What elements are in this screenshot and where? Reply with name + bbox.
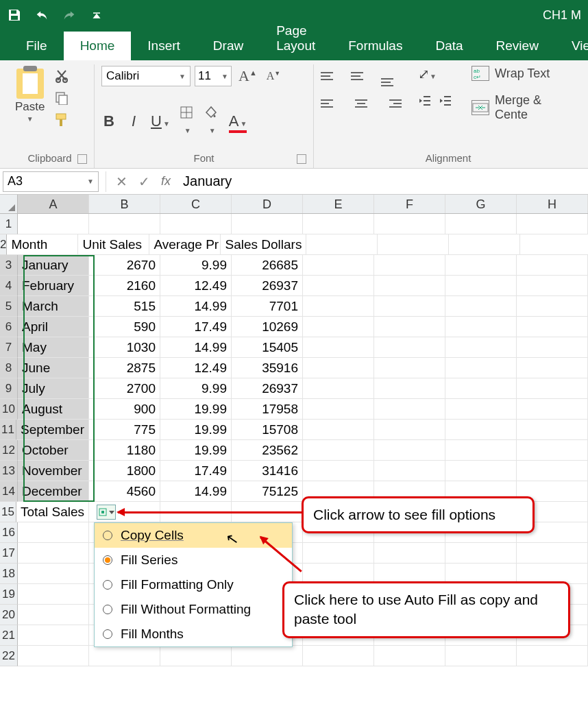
cell[interactable]: [517, 255, 588, 276]
cell[interactable]: [303, 276, 374, 296]
cell[interactable]: [374, 420, 445, 440]
cell[interactable]: 12.49: [160, 358, 232, 378]
cell[interactable]: 9.99: [160, 255, 232, 276]
cell[interactable]: [374, 646, 445, 666]
cell[interactable]: [374, 214, 445, 234]
grow-font-icon[interactable]: A▲: [236, 67, 260, 85]
cell[interactable]: [18, 522, 89, 543]
cell[interactable]: 1800: [89, 461, 160, 481]
cell[interactable]: 4560: [89, 481, 160, 502]
cell[interactable]: [445, 378, 517, 399]
undo-icon[interactable]: [34, 8, 49, 23]
underline-button[interactable]: U▼: [151, 112, 170, 130]
row-header[interactable]: 20: [0, 605, 18, 625]
cell[interactable]: [18, 543, 89, 564]
cell[interactable]: [303, 399, 374, 420]
cell[interactable]: [18, 605, 89, 625]
cell[interactable]: [303, 214, 374, 234]
cell[interactable]: [18, 584, 89, 605]
cell[interactable]: [374, 543, 445, 564]
fill-color-button[interactable]: ▼: [204, 106, 219, 137]
col-header[interactable]: C: [160, 195, 232, 213]
cell[interactable]: [374, 276, 445, 296]
cell[interactable]: [18, 214, 89, 234]
cell[interactable]: [18, 646, 89, 666]
cell[interactable]: [303, 420, 374, 440]
cell[interactable]: 14.99: [160, 296, 232, 317]
cell[interactable]: [374, 358, 445, 378]
col-header[interactable]: G: [445, 195, 517, 213]
cell[interactable]: 10269: [232, 317, 303, 337]
cell[interactable]: 23562: [232, 440, 303, 461]
cell[interactable]: [303, 358, 374, 378]
cell[interactable]: 9.99: [160, 378, 232, 399]
cell[interactable]: 7701: [232, 296, 303, 317]
cell[interactable]: [89, 646, 160, 666]
tab-draw[interactable]: Draw: [197, 32, 260, 60]
autofill-fill-formatting-only[interactable]: Fill Formatting Only: [95, 572, 292, 597]
borders-button[interactable]: ▼: [180, 106, 195, 137]
cancel-icon[interactable]: ✕: [110, 173, 133, 190]
cell[interactable]: [445, 461, 517, 481]
font-size-combo[interactable]: 11▼: [195, 66, 232, 86]
cell[interactable]: [445, 214, 517, 234]
cell[interactable]: 1180: [89, 440, 160, 461]
cell[interactable]: 900: [89, 399, 160, 420]
cell[interactable]: 26937: [232, 378, 303, 399]
col-header[interactable]: B: [89, 195, 160, 213]
row-header[interactable]: 18: [0, 564, 18, 584]
cell[interactable]: 17.49: [160, 461, 232, 481]
cell[interactable]: [445, 440, 517, 461]
cell[interactable]: [374, 296, 445, 317]
merge-center-button[interactable]: Merge & Cente: [471, 93, 576, 122]
cell[interactable]: 515: [89, 296, 160, 317]
cell[interactable]: [445, 296, 517, 317]
copy-icon[interactable]: [54, 90, 69, 106]
row-header[interactable]: 9: [0, 378, 18, 399]
cell[interactable]: [303, 461, 374, 481]
cell[interactable]: 26685: [232, 255, 303, 276]
align-bottom-icon[interactable]: [381, 66, 402, 86]
cell[interactable]: February: [18, 276, 89, 296]
autofill-fill-months[interactable]: Fill Months: [95, 622, 292, 646]
cell[interactable]: May: [18, 337, 89, 358]
cell[interactable]: 15708: [232, 420, 303, 440]
cut-icon[interactable]: [54, 69, 69, 84]
cell[interactable]: [303, 543, 374, 564]
row-header[interactable]: 4: [0, 276, 18, 296]
row-header[interactable]: 17: [0, 543, 18, 564]
cell[interactable]: 17958: [232, 399, 303, 420]
cell[interactable]: 14.99: [160, 481, 232, 502]
row-header[interactable]: 21: [0, 625, 18, 646]
tab-data[interactable]: Data: [419, 32, 479, 60]
autofill-fill-without-formatting[interactable]: Fill Without Formatting: [95, 597, 292, 622]
cell[interactable]: [445, 276, 517, 296]
cell[interactable]: 75125: [232, 481, 303, 502]
row-header[interactable]: 1: [0, 214, 18, 234]
align-left-icon[interactable]: [321, 93, 341, 114]
cell[interactable]: [445, 317, 517, 337]
cell[interactable]: 35916: [232, 358, 303, 378]
cell[interactable]: [445, 646, 517, 666]
italic-button[interactable]: I: [126, 112, 141, 130]
tab-formulas[interactable]: Formulas: [332, 32, 419, 60]
cell[interactable]: [445, 255, 517, 276]
align-center-icon[interactable]: [351, 93, 371, 114]
row-header[interactable]: 7: [0, 337, 18, 358]
cell[interactable]: 17.49: [160, 317, 232, 337]
cell[interactable]: 2670: [89, 255, 160, 276]
cell[interactable]: [517, 420, 588, 440]
format-painter-icon[interactable]: [54, 112, 69, 128]
cell[interactable]: Sales Dollars: [221, 234, 306, 255]
cell[interactable]: 14.99: [160, 337, 232, 358]
cell[interactable]: 2160: [89, 276, 160, 296]
cell[interactable]: 19.99: [160, 440, 232, 461]
cell[interactable]: Total Sales: [16, 502, 89, 522]
cell[interactable]: [18, 625, 89, 646]
select-all-corner[interactable]: [0, 195, 18, 213]
align-right-icon[interactable]: [381, 93, 402, 114]
font-name-combo[interactable]: Calibri▼: [101, 66, 191, 86]
fx-icon[interactable]: fx: [156, 174, 176, 189]
cell[interactable]: [232, 214, 303, 234]
dialog-launcher-icon[interactable]: [77, 154, 87, 164]
